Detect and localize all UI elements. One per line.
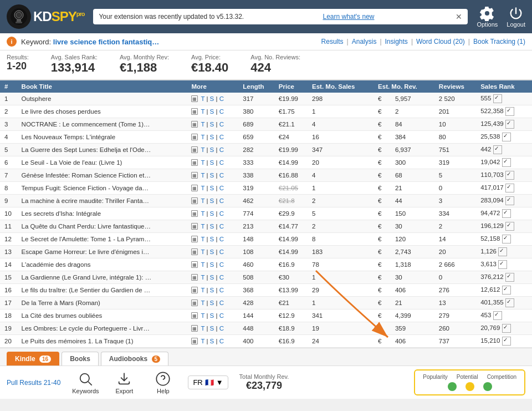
s-link[interactable]: S	[210, 248, 214, 255]
s-link[interactable]: S	[210, 146, 214, 153]
t-link[interactable]: T	[201, 287, 204, 293]
t-link[interactable]: T	[201, 338, 204, 344]
calendar-icon[interactable]: ▦	[191, 248, 198, 255]
track-checkbox[interactable]	[493, 311, 502, 320]
track-checkbox[interactable]	[505, 196, 514, 205]
s-link[interactable]: S	[210, 338, 214, 344]
nav-word-cloud[interactable]: Word Cloud (20)	[416, 38, 465, 45]
c-link[interactable]: C	[219, 210, 224, 217]
calendar-icon[interactable]: ▦	[191, 338, 198, 344]
options-button[interactable]: Options	[477, 6, 498, 28]
s-link[interactable]: S	[210, 134, 214, 140]
help-button[interactable]: Help	[149, 371, 177, 394]
s-link[interactable]: S	[210, 300, 214, 306]
close-notification-button[interactable]: ✕	[456, 12, 462, 21]
t-link[interactable]: T	[201, 325, 204, 332]
t-link[interactable]: T	[201, 312, 204, 319]
calendar-icon[interactable]: ▦	[191, 223, 198, 230]
c-link[interactable]: C	[219, 223, 224, 230]
s-link[interactable]: S	[210, 210, 214, 217]
tab-books[interactable]: Books	[62, 352, 99, 366]
track-checkbox[interactable]	[502, 286, 511, 295]
c-link[interactable]: C	[219, 146, 224, 153]
track-checkbox[interactable]	[505, 273, 514, 282]
track-checkbox[interactable]	[502, 133, 511, 141]
c-link[interactable]: C	[219, 300, 224, 306]
calendar-icon[interactable]: ▦	[191, 325, 198, 332]
c-link[interactable]: C	[219, 185, 224, 191]
t-link[interactable]: T	[201, 197, 204, 204]
nav-analysis[interactable]: Analysis	[352, 38, 377, 45]
track-checkbox[interactable]	[505, 171, 514, 180]
c-link[interactable]: C	[219, 261, 224, 268]
t-link[interactable]: T	[201, 236, 204, 242]
t-link[interactable]: T	[201, 185, 204, 191]
c-link[interactable]: C	[219, 338, 224, 344]
s-link[interactable]: S	[210, 325, 214, 332]
t-link[interactable]: T	[201, 261, 204, 268]
s-link[interactable]: S	[210, 172, 214, 179]
learn-link[interactable]: Learn what's new	[323, 13, 374, 21]
calendar-icon[interactable]: ▦	[191, 312, 198, 319]
track-checkbox[interactable]	[493, 94, 502, 103]
track-checkbox[interactable]	[505, 184, 514, 192]
c-link[interactable]: C	[219, 134, 224, 140]
nav-results[interactable]: Results	[321, 38, 344, 45]
calendar-icon[interactable]: ▦	[191, 287, 198, 293]
s-link[interactable]: S	[210, 185, 214, 191]
nav-book-tracking[interactable]: Book Tracking (1)	[473, 38, 525, 45]
logout-button[interactable]: Logout	[507, 6, 525, 28]
t-link[interactable]: T	[201, 300, 204, 306]
t-link[interactable]: T	[201, 95, 204, 102]
t-link[interactable]: T	[201, 274, 204, 281]
c-link[interactable]: C	[219, 159, 224, 166]
track-checkbox[interactable]	[498, 260, 507, 269]
s-link[interactable]: S	[210, 108, 214, 115]
s-link[interactable]: S	[210, 287, 214, 293]
calendar-icon[interactable]: ▦	[191, 274, 198, 281]
c-link[interactable]: C	[219, 236, 224, 242]
c-link[interactable]: C	[219, 121, 224, 128]
t-link[interactable]: T	[201, 159, 204, 166]
t-link[interactable]: T	[201, 210, 204, 217]
s-link[interactable]: S	[210, 159, 214, 166]
t-link[interactable]: T	[201, 172, 204, 179]
s-link[interactable]: S	[210, 95, 214, 102]
calendar-icon[interactable]: ▦	[191, 185, 198, 191]
track-checkbox[interactable]	[502, 337, 511, 346]
pull-results-link[interactable]: Pull Results 21-40	[7, 379, 60, 387]
s-link[interactable]: S	[210, 274, 214, 281]
region-selector[interactable]: FR 🇫🇷 ▼	[188, 376, 228, 389]
t-link[interactable]: T	[201, 134, 204, 140]
track-checkbox[interactable]	[505, 107, 514, 116]
c-link[interactable]: C	[219, 274, 224, 281]
tab-audiobooks[interactable]: Audiobooks 5	[101, 352, 168, 366]
c-link[interactable]: C	[219, 172, 224, 179]
calendar-icon[interactable]: ▦	[191, 300, 198, 306]
track-checkbox[interactable]	[502, 324, 511, 333]
t-link[interactable]: T	[201, 146, 204, 153]
c-link[interactable]: C	[219, 108, 224, 115]
export-button[interactable]: Export	[110, 371, 138, 394]
track-checkbox[interactable]	[502, 209, 511, 218]
calendar-icon[interactable]: ▦	[191, 236, 198, 242]
c-link[interactable]: C	[219, 287, 224, 293]
t-link[interactable]: T	[201, 121, 204, 128]
keywords-button[interactable]: Keywords	[71, 371, 99, 394]
track-checkbox[interactable]	[505, 298, 514, 307]
t-link[interactable]: T	[201, 108, 204, 115]
s-link[interactable]: S	[210, 236, 214, 242]
calendar-icon[interactable]: ▦	[191, 261, 198, 268]
c-link[interactable]: C	[219, 312, 224, 319]
calendar-icon[interactable]: ▦	[191, 197, 198, 204]
track-checkbox[interactable]	[502, 235, 511, 243]
track-checkbox[interactable]	[505, 222, 514, 231]
s-link[interactable]: S	[210, 312, 214, 319]
s-link[interactable]: S	[210, 223, 214, 230]
calendar-icon[interactable]: ▦	[191, 108, 198, 115]
track-checkbox[interactable]	[502, 158, 511, 167]
s-link[interactable]: S	[210, 261, 214, 268]
nav-insights[interactable]: Insights	[385, 38, 408, 45]
calendar-icon[interactable]: ▦	[191, 210, 198, 217]
track-checkbox[interactable]	[505, 120, 514, 129]
